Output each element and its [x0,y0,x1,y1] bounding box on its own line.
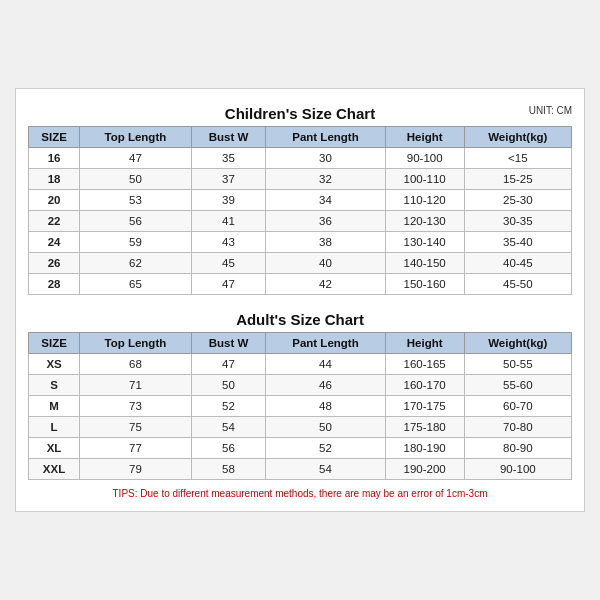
table-cell: 100-110 [385,169,464,190]
table-cell: 110-120 [385,190,464,211]
table-cell: 15-25 [464,169,571,190]
table-cell: 39 [191,190,266,211]
table-cell: 45 [191,253,266,274]
table-row: 28654742150-16045-50 [29,274,572,295]
table-cell: 52 [266,438,385,459]
table-cell: <15 [464,148,571,169]
table-cell: 47 [80,148,192,169]
table-cell: 30-35 [464,211,571,232]
col-top-length-adult: Top Length [80,333,192,354]
table-cell: 48 [266,396,385,417]
col-pant-length-adult: Pant Length [266,333,385,354]
table-cell: 68 [80,354,192,375]
table-cell: 50-55 [464,354,571,375]
adult-table: SIZE Top Length Bust W Pant Length Heigh… [28,332,572,480]
table-cell: XS [29,354,80,375]
table-row: 22564136120-13030-35 [29,211,572,232]
unit-label: UNIT: CM [529,105,572,116]
table-cell: 43 [191,232,266,253]
table-cell: S [29,375,80,396]
table-cell: 40 [266,253,385,274]
table-cell: 73 [80,396,192,417]
table-cell: 35-40 [464,232,571,253]
table-row: XL775652180-19080-90 [29,438,572,459]
table-cell: 180-190 [385,438,464,459]
table-cell: 90-100 [385,148,464,169]
table-row: 24594338130-14035-40 [29,232,572,253]
table-cell: 40-45 [464,253,571,274]
table-cell: 46 [266,375,385,396]
col-size-adult: SIZE [29,333,80,354]
table-cell: 26 [29,253,80,274]
table-row: 26624540140-15040-45 [29,253,572,274]
table-cell: 42 [266,274,385,295]
table-cell: 75 [80,417,192,438]
table-cell: 36 [266,211,385,232]
col-size-child: SIZE [29,127,80,148]
table-cell: M [29,396,80,417]
table-cell: 44 [266,354,385,375]
table-cell: 56 [191,438,266,459]
children-table: SIZE Top Length Bust W Pant Length Heigh… [28,126,572,295]
table-row: 1647353090-100<15 [29,148,572,169]
table-cell: 47 [191,354,266,375]
table-cell: 160-170 [385,375,464,396]
table-cell: 120-130 [385,211,464,232]
table-row: 18503732100-11015-25 [29,169,572,190]
table-cell: 55-60 [464,375,571,396]
table-cell: 47 [191,274,266,295]
table-cell: 59 [80,232,192,253]
table-cell: 45-50 [464,274,571,295]
table-cell: 52 [191,396,266,417]
adult-section-header: Adult's Size Chart [28,305,572,332]
table-cell: 140-150 [385,253,464,274]
table-cell: 190-200 [385,459,464,480]
table-cell: 62 [80,253,192,274]
table-cell: L [29,417,80,438]
table-cell: 32 [266,169,385,190]
children-header-row: SIZE Top Length Bust W Pant Length Heigh… [29,127,572,148]
table-cell: 150-160 [385,274,464,295]
col-bust-w-adult: Bust W [191,333,266,354]
table-row: XXL795854190-20090-100 [29,459,572,480]
table-cell: 79 [80,459,192,480]
table-cell: 41 [191,211,266,232]
table-cell: 80-90 [464,438,571,459]
table-cell: 54 [191,417,266,438]
table-cell: 35 [191,148,266,169]
col-height-adult: Height [385,333,464,354]
table-cell: XL [29,438,80,459]
table-row: S715046160-17055-60 [29,375,572,396]
col-weight-adult: Weight(kg) [464,333,571,354]
table-row: M735248170-17560-70 [29,396,572,417]
table-cell: 50 [266,417,385,438]
table-cell: 28 [29,274,80,295]
table-cell: 20 [29,190,80,211]
table-cell: 77 [80,438,192,459]
table-cell: 71 [80,375,192,396]
table-cell: 130-140 [385,232,464,253]
table-cell: 56 [80,211,192,232]
table-row: XS684744160-16550-55 [29,354,572,375]
children-title: Children's Size Chart [225,105,375,122]
table-cell: 90-100 [464,459,571,480]
table-cell: 70-80 [464,417,571,438]
table-cell: 60-70 [464,396,571,417]
table-cell: 30 [266,148,385,169]
children-section-header: Children's Size Chart UNIT: CM [28,99,572,126]
table-cell: 18 [29,169,80,190]
col-weight-child: Weight(kg) [464,127,571,148]
table-cell: 58 [191,459,266,480]
table-cell: 53 [80,190,192,211]
adult-title: Adult's Size Chart [236,311,364,328]
table-cell: 170-175 [385,396,464,417]
col-bust-w-child: Bust W [191,127,266,148]
table-cell: 175-180 [385,417,464,438]
col-pant-length-child: Pant Length [266,127,385,148]
table-cell: 37 [191,169,266,190]
table-cell: 54 [266,459,385,480]
table-cell: 50 [191,375,266,396]
col-height-child: Height [385,127,464,148]
table-cell: 22 [29,211,80,232]
table-cell: XXL [29,459,80,480]
